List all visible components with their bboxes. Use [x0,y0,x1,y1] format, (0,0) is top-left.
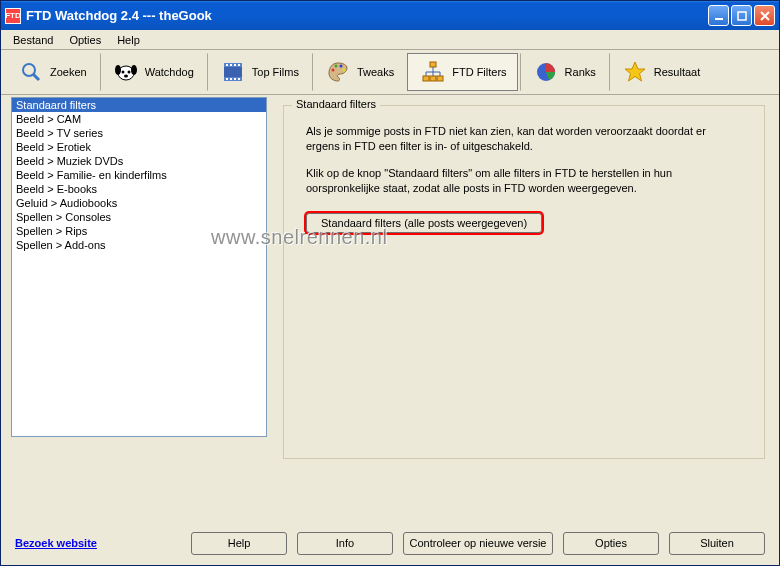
svg-rect-1 [738,12,746,20]
maximize-icon [737,11,747,21]
toolbar-watchdog[interactable]: Watchdog [100,53,205,91]
list-item[interactable]: Standaard filters [12,98,266,112]
svg-rect-19 [234,78,236,80]
description-text-2: Klik op de knop "Standaard filters" om a… [306,166,742,196]
svg-rect-20 [238,78,240,80]
svg-point-6 [131,65,137,75]
list-item[interactable]: Beeld > Erotiek [12,140,266,154]
svg-rect-17 [226,78,228,80]
svg-point-7 [121,71,124,74]
toolbar-label: Ranks [565,66,596,78]
svg-rect-14 [230,64,232,66]
toolbar-label: Watchdog [145,66,194,78]
film-icon [220,59,246,85]
toolbar-label: Resultaat [654,66,700,78]
svg-rect-18 [230,78,232,80]
list-item[interactable]: Spellen > Rips [12,224,266,238]
window-buttons [708,5,775,26]
toolbar-zoeken[interactable]: Zoeken [7,53,98,91]
toolbar-label: Zoeken [50,66,87,78]
svg-point-21 [331,69,334,72]
hierarchy-icon [420,59,446,85]
list-item[interactable]: Geluid > Audiobooks [12,196,266,210]
close-button[interactable] [754,5,775,26]
standaard-filters-button[interactable]: Standaard filters (alle posts weergegeve… [306,213,542,233]
filter-list[interactable]: Standaard filters Beeld > CAM Beeld > TV… [11,97,267,437]
star-icon [622,59,648,85]
svg-point-5 [115,65,121,75]
svg-rect-0 [715,18,723,20]
svg-rect-27 [430,76,436,81]
menu-opties[interactable]: Opties [61,32,109,48]
toolbar-label: FTD Filters [452,66,506,78]
list-item[interactable]: Spellen > Consoles [12,210,266,224]
toolbar-label: Tweaks [357,66,394,78]
opties-button[interactable]: Opties [563,532,659,555]
svg-point-8 [127,71,130,74]
help-button[interactable]: Help [191,532,287,555]
list-item[interactable]: Beeld > TV series [12,126,266,140]
svg-rect-16 [238,64,240,66]
palette-icon [325,59,351,85]
toolbar-topfilms[interactable]: Top Films [207,53,310,91]
app-icon: FTD [5,8,21,24]
svg-point-24 [342,69,345,72]
svg-point-22 [334,65,337,68]
svg-point-23 [339,65,342,68]
footer-bar: Bezoek website Help Info Controleer op n… [1,529,779,557]
groupbox-content: Als je sommige posts in FTD niet kan zie… [284,106,764,243]
description-text-1: Als je sommige posts in FTD niet kan zie… [306,124,742,154]
groupbox-standaard-filters: Standaard filters Als je sommige posts i… [283,105,765,459]
svg-rect-15 [234,64,236,66]
list-item[interactable]: Beeld > E-books [12,182,266,196]
toolbar-resultaat[interactable]: Resultaat [609,53,711,91]
maximize-button[interactable] [731,5,752,26]
svg-rect-26 [423,76,429,81]
app-window: FTD FTD Watchdog 2.4 --- theGook Bestand… [0,0,780,566]
svg-line-3 [33,74,39,80]
menu-bestand[interactable]: Bestand [5,32,61,48]
sluiten-button[interactable]: Sluiten [669,532,765,555]
dog-icon [113,59,139,85]
minimize-button[interactable] [708,5,729,26]
toolbar-tweaks[interactable]: Tweaks [312,53,405,91]
toolbar: Zoeken Watchdog Top Films Tweaks FTD Fil… [1,50,779,95]
toolbar-label: Top Films [252,66,299,78]
svg-rect-28 [437,76,443,81]
minimize-icon [714,11,724,21]
check-version-button[interactable]: Controleer op nieuwe versie [403,532,553,555]
groupbox-title: Standaard filters [292,98,380,110]
bezoek-website-link[interactable]: Bezoek website [15,537,97,549]
menubar: Bestand Opties Help [1,30,779,50]
list-item[interactable]: Beeld > Familie- en kinderfilms [12,168,266,182]
menu-help[interactable]: Help [109,32,148,48]
piechart-icon [533,59,559,85]
toolbar-ftdfilters[interactable]: FTD Filters [407,53,517,91]
list-item[interactable]: Spellen > Add-ons [12,238,266,252]
titlebar: FTD FTD Watchdog 2.4 --- theGook [1,1,779,30]
list-item[interactable]: Beeld > Muziek DVDs [12,154,266,168]
svg-rect-13 [226,64,228,66]
close-icon [760,11,770,21]
window-title: FTD Watchdog 2.4 --- theGook [26,8,708,23]
toolbar-ranks[interactable]: Ranks [520,53,607,91]
svg-rect-25 [430,62,436,67]
content-area: Standaard filters Beeld > CAM Beeld > TV… [1,95,779,525]
magnifier-icon [18,59,44,85]
svg-point-9 [124,75,128,78]
info-button[interactable]: Info [297,532,393,555]
list-item[interactable]: Beeld > CAM [12,112,266,126]
